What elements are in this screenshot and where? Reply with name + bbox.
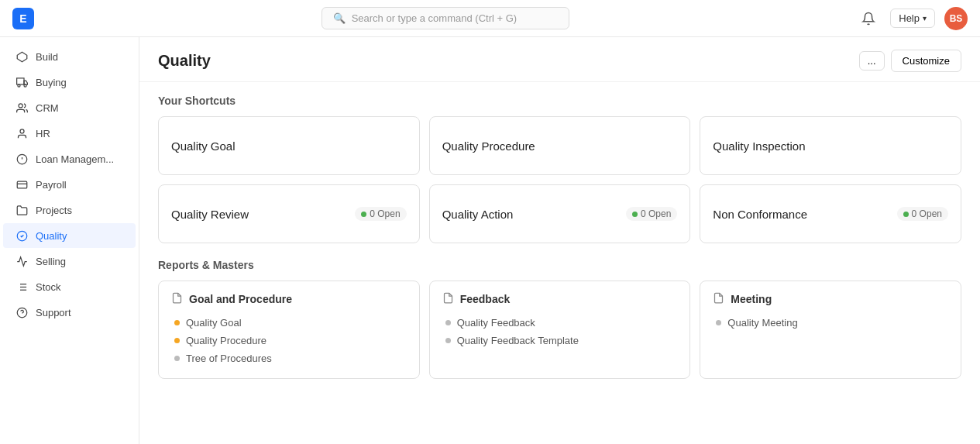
svg-rect-1 (16, 77, 23, 84)
tree-procedures-item-label: Tree of Procedures (186, 353, 272, 364)
shortcut-card-quality-goal[interactable]: Quality Goal (158, 116, 420, 175)
shortcut-card-quality-procedure[interactable]: Quality Procedure (429, 116, 691, 175)
feedback-items: Quality Feedback Quality Feedback Templa… (442, 314, 678, 349)
sidebar-item-support[interactable]: Support (3, 300, 136, 325)
sidebar-item-build[interactable]: Build (3, 44, 136, 69)
sidebar-item-stock[interactable]: Stock (3, 274, 136, 299)
doc-icon-meeting (713, 292, 724, 306)
reports-grid: Goal and Procedure Quality Goal Quality … (158, 281, 961, 379)
quality-feedback-label: Quality Feedback (457, 317, 535, 329)
topbar: E 🔍 Search or type a command (Ctrl + G) … (0, 0, 980, 37)
report-item-feedback-template[interactable]: Quality Feedback Template (445, 332, 678, 349)
report-card-feedback[interactable]: Feedback Quality Feedback Quality Feedba… (429, 281, 691, 379)
bullet-quality-procedure (174, 338, 180, 343)
sidebar-item-crm[interactable]: CRM (3, 95, 136, 120)
notification-icon[interactable] (856, 6, 881, 31)
sidebar-label-buying: Buying (36, 77, 67, 88)
shortcut-card-quality-inspection[interactable]: Quality Inspection (700, 116, 961, 175)
quality-goal-label: Quality Goal (171, 139, 236, 153)
search-icon: 🔍 (333, 12, 346, 24)
more-button[interactable]: ... (859, 51, 885, 71)
topbar-left: E (12, 8, 34, 29)
sidebar-label-hr: HR (36, 128, 50, 139)
goal-procedure-group-title: Goal and Procedure (189, 293, 292, 305)
stock-icon (15, 281, 28, 293)
svg-point-4 (19, 103, 22, 107)
sidebar: Build Buying CRM HR Loan Managem... (0, 37, 139, 444)
feedback-group-title: Feedback (460, 293, 511, 305)
help-label: Help (899, 12, 920, 24)
sidebar-item-loan[interactable]: Loan Managem... (3, 146, 136, 171)
report-card-header-feedback: Feedback (442, 292, 678, 306)
shortcut-card-quality-review[interactable]: Quality Review 0 Open (158, 184, 420, 243)
sidebar-label-quality: Quality (36, 230, 67, 242)
topbar-right: Help ▾ BS (856, 6, 968, 31)
help-button[interactable]: Help ▾ (890, 9, 935, 28)
report-card-header-goal: Goal and Procedure (171, 292, 407, 306)
report-item-quality-goal[interactable]: Quality Goal (174, 314, 407, 332)
bullet-tree-procedures (174, 356, 180, 361)
bullet-quality-meeting (716, 320, 721, 325)
main-content: Quality ... Customize Your Shortcuts Qua… (139, 37, 980, 444)
doc-icon-goal (171, 292, 183, 306)
quality-icon (15, 229, 28, 242)
sidebar-item-buying[interactable]: Buying (3, 70, 136, 95)
sidebar-label-selling: Selling (36, 256, 66, 267)
main-header: Quality ... Customize (139, 37, 980, 82)
sidebar-item-payroll[interactable]: Payroll (3, 172, 136, 197)
bullet-feedback-template (445, 338, 451, 343)
crm-icon (15, 102, 28, 114)
selling-icon (15, 255, 28, 267)
sidebar-label-projects: Projects (36, 205, 72, 216)
report-card-meeting[interactable]: Meeting Quality Meeting (700, 281, 961, 379)
quality-procedure-label: Quality Procedure (442, 139, 535, 153)
page-title: Quality (158, 52, 211, 70)
report-card-goal-procedure[interactable]: Goal and Procedure Quality Goal Quality … (158, 281, 420, 379)
quality-review-badge: 0 Open (355, 207, 406, 221)
shortcut-card-non-conformance[interactable]: Non Conformance 0 Open (700, 184, 961, 243)
goal-procedure-items: Quality Goal Quality Procedure Tree of P… (171, 314, 407, 367)
sidebar-item-hr[interactable]: HR (3, 121, 136, 146)
doc-icon-feedback (442, 292, 454, 306)
loan-icon (15, 153, 28, 165)
svg-marker-0 (17, 52, 27, 62)
non-conformance-badge: 0 Open (897, 207, 948, 221)
sidebar-item-quality[interactable]: Quality (3, 223, 136, 248)
shortcut-card-quality-action[interactable]: Quality Action 0 Open (429, 184, 691, 243)
sidebar-item-projects[interactable]: Projects (3, 198, 136, 222)
shortcuts-title: Your Shortcuts (158, 95, 961, 107)
build-icon (15, 50, 28, 63)
quality-review-label: Quality Review (171, 208, 249, 221)
payroll-icon (15, 178, 28, 191)
quality-action-label: Quality Action (442, 208, 514, 221)
sidebar-label-stock: Stock (36, 281, 61, 293)
report-item-tree-procedures[interactable]: Tree of Procedures (174, 349, 407, 367)
quality-feedback-template-label: Quality Feedback Template (457, 335, 579, 346)
reports-section: Reports & Masters Goal and Procedure (158, 259, 961, 379)
sidebar-label-crm: CRM (36, 102, 59, 114)
support-icon (15, 306, 28, 318)
sidebar-label-loan: Loan Managem... (36, 153, 114, 165)
quality-inspection-label: Quality Inspection (713, 139, 805, 153)
svg-point-3 (24, 84, 26, 87)
app-icon[interactable]: E (12, 8, 34, 29)
avatar[interactable]: BS (944, 7, 968, 30)
meeting-items: Quality Meeting (713, 314, 948, 332)
report-item-quality-procedure[interactable]: Quality Procedure (174, 332, 407, 349)
shortcuts-row-1: Quality Goal Quality Procedure Quality I… (158, 116, 961, 175)
shortcuts-section: Your Shortcuts Quality Goal Quality Proc… (158, 95, 961, 243)
search-placeholder: Search or type a command (Ctrl + G) (352, 12, 518, 24)
sidebar-item-selling[interactable]: Selling (3, 249, 136, 274)
report-item-quality-meeting[interactable]: Quality Meeting (716, 314, 948, 332)
quality-procedure-item-label: Quality Procedure (186, 335, 266, 346)
customize-button[interactable]: Customize (891, 50, 961, 72)
non-conformance-label: Non Conformance (713, 208, 807, 221)
bullet-quality-feedback (445, 320, 451, 325)
sidebar-label-support: Support (36, 307, 71, 318)
reports-title: Reports & Masters (158, 259, 961, 271)
svg-point-2 (17, 84, 19, 87)
quality-action-badge: 0 Open (626, 207, 677, 221)
topbar-center: 🔍 Search or type a command (Ctrl + G) (34, 7, 856, 29)
search-bar[interactable]: 🔍 Search or type a command (Ctrl + G) (322, 7, 569, 29)
report-item-quality-feedback[interactable]: Quality Feedback (445, 314, 678, 332)
